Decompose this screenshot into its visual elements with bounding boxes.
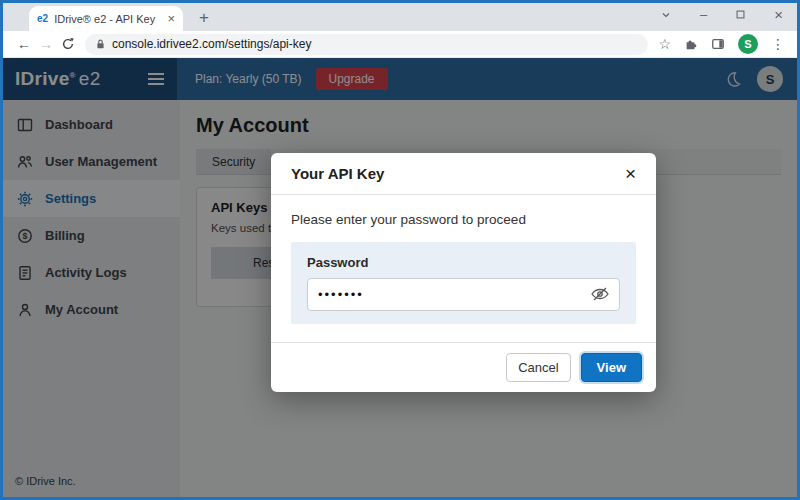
browser-profile-avatar[interactable]: S	[738, 34, 758, 54]
modal-footer: Cancel View	[271, 342, 656, 392]
browser-menu-kebab-icon[interactable]: ⋮	[771, 36, 785, 52]
e2-favicon: e2	[37, 13, 48, 24]
lock-icon	[95, 38, 106, 50]
api-key-modal: Your API Key × Please enter your passwor…	[271, 153, 656, 392]
tab-title: IDrive® e2 - API Key	[54, 13, 161, 25]
modal-body: Please enter your password to proceed Pa…	[271, 195, 656, 342]
forward-button[interactable]: →	[35, 36, 57, 52]
modal-title: Your API Key	[291, 165, 384, 182]
password-label: Password	[307, 255, 620, 270]
modal-header: Your API Key ×	[271, 153, 656, 195]
modal-close-icon[interactable]: ×	[625, 164, 636, 183]
password-input[interactable]	[307, 278, 620, 311]
extensions-puzzle-icon[interactable]	[684, 37, 698, 51]
tab-close-icon[interactable]: ×	[167, 11, 175, 26]
maximize-button[interactable]	[735, 9, 746, 20]
browser-tabstrip: e2 IDrive® e2 - API Key × + – ×	[3, 3, 797, 31]
browser-toolbar: ← → console.idrivee2.com/settings/api-ke…	[3, 31, 797, 58]
minimize-button[interactable]: –	[700, 7, 707, 22]
bookmark-star-icon[interactable]: ☆	[658, 36, 671, 52]
back-button[interactable]: ←	[13, 36, 35, 52]
browser-window: e2 IDrive® e2 - API Key × + – × ← → cons…	[0, 0, 800, 500]
url-text: console.idrivee2.com/settings/api-key	[112, 37, 311, 51]
eye-off-icon[interactable]	[590, 285, 610, 307]
reload-icon[interactable]	[57, 37, 79, 51]
browser-tab[interactable]: e2 IDrive® e2 - API Key ×	[29, 6, 183, 31]
view-button[interactable]: View	[581, 353, 642, 382]
password-prompt-text: Please enter your password to proceed	[291, 212, 636, 227]
tab-search-chevron-icon[interactable]	[660, 9, 672, 21]
idrive-e2-console: IDrive®e2 Plan: Yearly (50 TB) Upgrade S	[3, 58, 797, 497]
cancel-button[interactable]: Cancel	[506, 353, 570, 382]
new-tab-button[interactable]: +	[199, 8, 209, 28]
url-bar[interactable]: console.idrivee2.com/settings/api-key	[85, 34, 648, 55]
close-window-button[interactable]: ×	[774, 6, 783, 23]
side-panel-icon[interactable]	[711, 37, 725, 51]
password-box: Password	[291, 242, 636, 324]
